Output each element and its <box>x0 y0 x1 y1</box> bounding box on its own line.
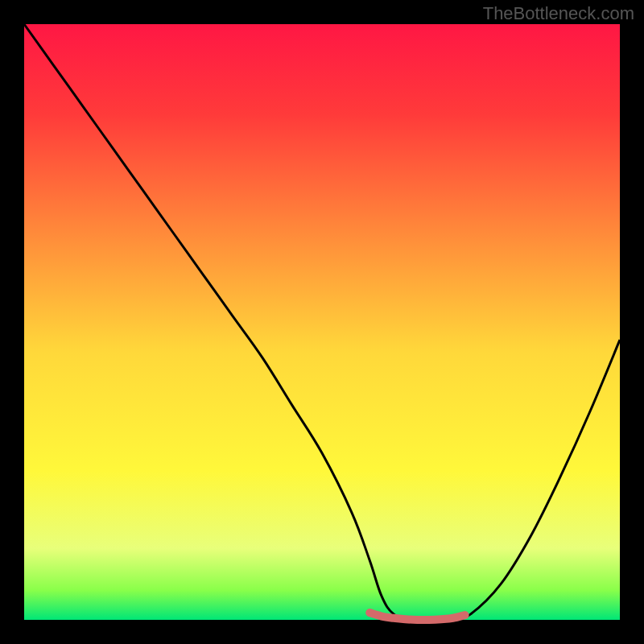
plot-area <box>24 24 620 620</box>
bottleneck-curve <box>24 24 620 621</box>
watermark-text: TheBottleneck.com <box>483 3 634 24</box>
optimal-region-marker <box>369 613 464 620</box>
curve-layer <box>24 24 620 620</box>
